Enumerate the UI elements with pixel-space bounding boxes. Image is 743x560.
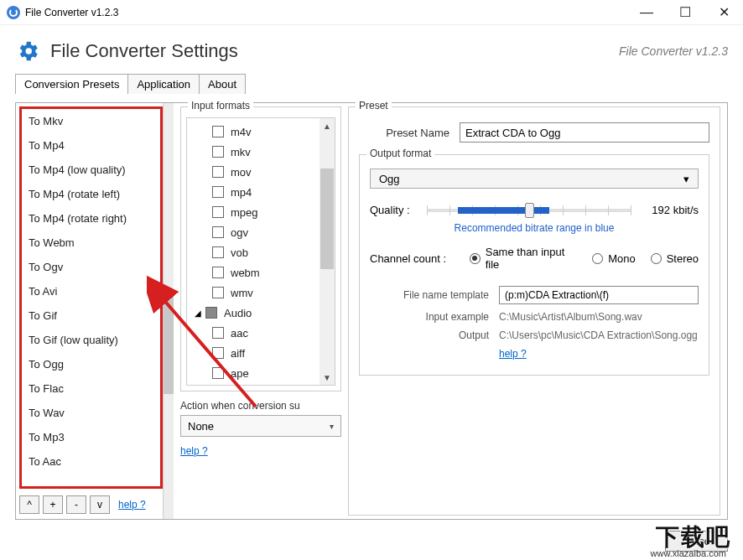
radio-label: Same than input file: [486, 246, 577, 271]
close-window-button[interactable]: ✕: [704, 0, 743, 25]
tab-conversion-presets[interactable]: Conversion Presets: [15, 74, 128, 94]
preset-remove-button[interactable]: -: [66, 495, 86, 514]
preset-item[interactable]: To Gif: [22, 303, 160, 328]
scroll-down-icon[interactable]: ▼: [320, 370, 335, 385]
checkbox[interactable]: [212, 186, 224, 198]
help-link[interactable]: help ?: [118, 499, 146, 511]
presets-footer: ^ + - v help ?: [19, 489, 163, 516]
chevron-down-icon: ▾: [330, 422, 334, 431]
select-value: Ogg: [379, 173, 400, 185]
tree-label: mkv: [231, 146, 251, 158]
tab-about[interactable]: About: [199, 74, 246, 94]
preset-group: Preset Preset Name Output format Ogg ▾ Q…: [348, 106, 720, 516]
preset-name-input[interactable]: [460, 122, 709, 143]
tree-label: m4v: [231, 126, 252, 138]
preset-item[interactable]: To Mp4 (rotate right): [22, 206, 160, 231]
preset-add-button[interactable]: +: [43, 495, 63, 514]
preset-item[interactable]: To Mkv: [22, 109, 160, 133]
preset-item[interactable]: To Mp4 (rotate left): [22, 182, 160, 206]
output-format-select[interactable]: Ogg ▾: [370, 169, 699, 189]
radio-same[interactable]: Same than input file: [470, 246, 577, 271]
checkbox[interactable]: [212, 226, 224, 238]
preset-item[interactable]: To Flac: [22, 376, 160, 401]
preset-panel: Preset Preset Name Output format Ogg ▾ Q…: [345, 103, 727, 519]
presets-scrollbar[interactable]: [164, 103, 174, 519]
quality-slider[interactable]: [427, 200, 631, 219]
main-panel: To Mkv To Mp4 To Mp4 (low quality) To Mp…: [15, 102, 728, 520]
checkbox[interactable]: [212, 206, 224, 218]
tree-scrollbar[interactable]: ▲ ▼: [320, 118, 335, 385]
input-formats-tree[interactable]: m4v mkv mov mp4 mpeg ogv vob webm wmv ◢A…: [187, 118, 320, 385]
preset-move-down-button[interactable]: v: [90, 495, 110, 514]
tree-label: aac: [231, 327, 248, 340]
preset-item[interactable]: To Aac: [22, 449, 160, 474]
help-link[interactable]: help ?: [499, 348, 527, 360]
preset-item[interactable]: To Wav: [22, 401, 160, 425]
close-button[interactable]: Close: [665, 531, 728, 552]
checkbox[interactable]: [212, 246, 224, 258]
output-group-label: Output format: [366, 148, 434, 159]
tree-label: vob: [231, 246, 248, 259]
tree-label: aiff: [231, 347, 245, 360]
radio-label: Stereo: [667, 252, 699, 265]
radio-stereo[interactable]: Stereo: [651, 252, 699, 265]
tabs: Conversion Presets Application About: [0, 74, 743, 94]
app-icon: [7, 6, 20, 19]
minimize-button[interactable]: —: [627, 0, 666, 25]
header: File Converter Settings File Converter v…: [0, 25, 743, 74]
input-example-label: Input example: [370, 311, 499, 323]
help-link[interactable]: help ?: [180, 445, 341, 457]
checkbox[interactable]: [212, 287, 224, 298]
action-label: Action when conversion su: [180, 400, 341, 412]
tab-application[interactable]: Application: [127, 74, 200, 94]
checkbox[interactable]: [212, 166, 224, 178]
input-example-value: C:\Music\Artist\Album\Song.wav: [499, 311, 699, 323]
tree-label: mp4: [231, 186, 252, 199]
input-formats-label: Input formats: [188, 100, 253, 111]
quality-label: Quality :: [370, 204, 427, 216]
tree-label: ogv: [231, 226, 248, 239]
titlebar: File Converter v1.2.3 — ☐ ✕: [0, 0, 743, 25]
filename-template-input[interactable]: [499, 286, 699, 304]
maximize-button[interactable]: ☐: [666, 0, 704, 25]
footer: Close: [15, 531, 728, 552]
action-combo[interactable]: None ▾: [180, 415, 341, 437]
checkbox[interactable]: [212, 126, 224, 137]
quality-value: 192 kbit/s: [631, 204, 699, 216]
radio-label: Mono: [608, 252, 636, 265]
presets-list[interactable]: To Mkv To Mp4 To Mp4 (low quality) To Mp…: [19, 106, 163, 489]
gear-icon: [15, 39, 40, 64]
tree-label: mov: [231, 166, 252, 179]
checkbox[interactable]: [212, 347, 224, 359]
radio-mono[interactable]: Mono: [592, 252, 636, 265]
caret-icon[interactable]: ◢: [194, 309, 202, 317]
combo-value: None: [188, 420, 214, 433]
chevron-down-icon: ▾: [683, 173, 689, 185]
preset-move-up-button[interactable]: ^: [19, 495, 39, 514]
checkbox[interactable]: [212, 267, 224, 278]
output-path-label: Output: [370, 329, 499, 341]
checkbox-mixed[interactable]: [205, 307, 217, 319]
checkbox[interactable]: [212, 146, 224, 158]
preset-item[interactable]: To Webm: [22, 231, 160, 255]
output-group: Output format Ogg ▾ Quality : 192 kbit/s: [359, 154, 709, 376]
page-title: File Converter Settings: [50, 40, 238, 62]
preset-item[interactable]: To Mp4 (low quality): [22, 158, 160, 182]
checkbox[interactable]: [212, 327, 224, 339]
preset-item[interactable]: To Mp4: [22, 133, 160, 158]
filename-template-label: File name template: [370, 289, 499, 301]
preset-item[interactable]: To Ogg: [22, 352, 160, 376]
checkbox[interactable]: [212, 367, 224, 379]
input-formats-group: Input formats m4v mkv mov mp4 mpeg ogv v…: [180, 106, 341, 391]
preset-item[interactable]: To Gif (low quality): [22, 328, 160, 352]
output-path-value: C:\Users\pc\Music\CDA Extraction\Song.og…: [499, 329, 699, 341]
tree-label: wmv: [231, 287, 253, 299]
scroll-up-icon[interactable]: ▲: [320, 118, 335, 133]
preset-item[interactable]: To Avi: [22, 279, 160, 303]
tree-label: mpeg: [231, 206, 258, 219]
preset-name-label: Preset Name: [359, 127, 460, 139]
preset-item[interactable]: To Ogv: [22, 255, 160, 279]
window-title: File Converter v1.2.3: [25, 7, 118, 18]
slider-thumb[interactable]: [525, 203, 534, 218]
preset-item[interactable]: To Mp3: [22, 425, 160, 449]
